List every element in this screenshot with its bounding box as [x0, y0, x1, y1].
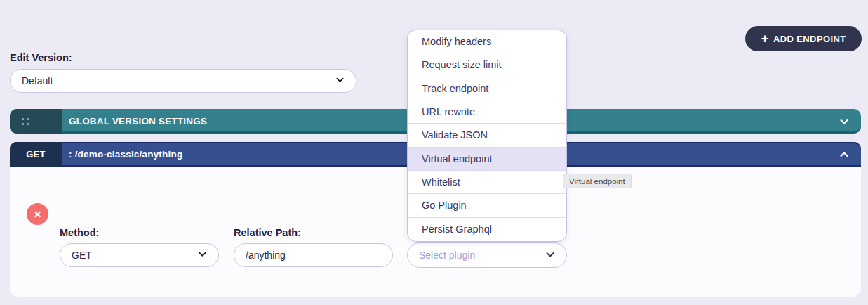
plugin-dropdown-menu: Modify headers Request size limit Track …: [407, 30, 567, 242]
edit-version-label: Edit Version:: [10, 52, 72, 63]
global-bar-title: GLOBAL VERSION SETTINGS: [69, 116, 207, 126]
menu-item-virtual-endpoint[interactable]: Virtual endpoint: [408, 148, 566, 171]
add-endpoint-button[interactable]: + ADD ENDPOINT: [745, 26, 862, 51]
menu-item-track-endpoint[interactable]: Track endpoint: [408, 77, 566, 100]
chevron-down-icon: [335, 74, 345, 87]
plugin-select-placeholder: Select plugin: [419, 249, 475, 261]
drag-handle[interactable]: [10, 109, 62, 134]
menu-item-go-plugin[interactable]: Go Plugin: [408, 194, 566, 217]
chevron-down-icon[interactable]: [839, 116, 850, 127]
edit-version-select[interactable]: Default: [10, 69, 356, 93]
remove-endpoint-button[interactable]: ✕: [27, 203, 48, 225]
endpoint-designer-page: + ADD ENDPOINT Edit Version: Default GLO…: [0, 0, 868, 305]
method-value: GET: [72, 249, 92, 261]
endpoint-method-label: GET: [26, 149, 46, 160]
edit-version-value: Default: [22, 75, 53, 86]
relative-path-label: Relative Path:: [234, 227, 301, 238]
chevron-up-icon[interactable]: [839, 149, 850, 160]
chevron-down-icon: [545, 249, 556, 262]
endpoint-method-badge: GET: [10, 142, 62, 167]
menu-item-url-rewrite[interactable]: URL rewrite: [408, 100, 566, 124]
chevron-down-icon: [197, 249, 208, 261]
drag-handle-icon: [22, 118, 29, 125]
plugin-select[interactable]: Select plugin: [407, 242, 567, 268]
add-endpoint-label: ADD ENDPOINT: [773, 34, 846, 44]
menu-item-modify-headers[interactable]: Modify headers: [408, 30, 566, 53]
menu-item-whitelist[interactable]: Whitelist: [408, 171, 566, 194]
method-label: Method:: [60, 227, 99, 238]
tooltip: Virtual endpoint: [563, 174, 632, 188]
menu-item-request-size-limit[interactable]: Request size limit: [408, 53, 566, 77]
method-select[interactable]: GET: [60, 243, 219, 267]
relative-path-input[interactable]: [234, 243, 393, 267]
menu-item-persist-graphql[interactable]: Persist Graphql: [408, 218, 566, 241]
endpoint-path-title: : /demo-classic/anything: [69, 149, 182, 160]
close-icon: ✕: [34, 209, 42, 220]
menu-item-validate-json[interactable]: Validate JSON: [408, 124, 566, 147]
plus-icon: +: [761, 32, 769, 45]
